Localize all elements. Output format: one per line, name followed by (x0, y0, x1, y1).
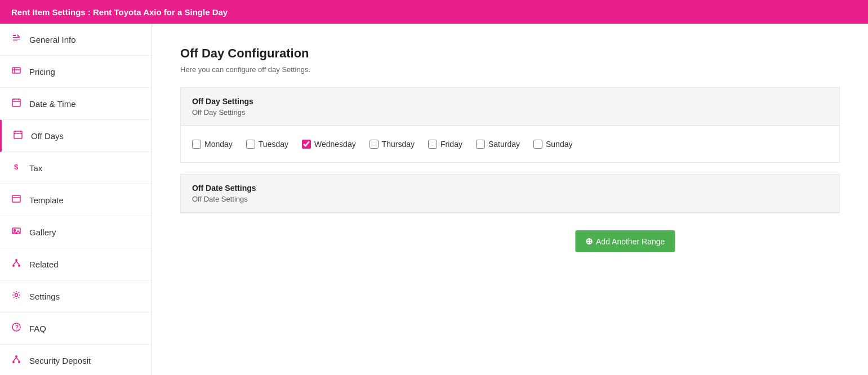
svg-text:?: ? (15, 324, 19, 331)
day-item-thursday: Thursday (370, 140, 415, 149)
days-row: MondayTuesdayWednesdayThursdayFridaySatu… (192, 140, 828, 149)
svg-text:$: $ (14, 163, 19, 171)
svg-point-17 (12, 265, 15, 267)
sidebar-item-label: Tax (29, 163, 42, 173)
day-checkbox-tuesday[interactable] (246, 140, 255, 149)
sidebar-item-label: General Info (29, 35, 76, 44)
svg-rect-7 (14, 131, 22, 139)
svg-rect-3 (12, 99, 20, 106)
add-another-range-button[interactable]: ⊕ Add Another Range (575, 230, 675, 252)
page-title: Off Day Configuration (180, 46, 840, 61)
day-label-wednesday: Wednesday (314, 140, 356, 149)
add-range-label: Add Another Range (596, 237, 665, 246)
off-days-icon (13, 130, 23, 141)
sidebar-item-label: Gallery (29, 227, 56, 237)
sidebar-item-label: Settings (29, 292, 60, 301)
template-icon (11, 194, 21, 206)
day-checkbox-thursday[interactable] (370, 140, 379, 149)
security-deposit-icon (11, 355, 21, 366)
date-time-icon (11, 98, 21, 109)
day-item-friday: Friday (428, 140, 462, 149)
plus-icon: ⊕ (585, 236, 593, 247)
svg-point-26 (18, 361, 20, 363)
svg-line-19 (14, 261, 16, 265)
add-range-container: ⊕ Add Another Range (180, 225, 840, 252)
day-checkbox-monday[interactable] (192, 140, 201, 149)
faq-icon: ? (11, 323, 21, 334)
day-label-saturday: Saturday (488, 140, 520, 149)
sidebar-item-label: Date & Time (29, 99, 76, 109)
day-item-sunday: Sunday (533, 140, 572, 149)
off-date-settings-title: Off Date Settings (192, 184, 828, 193)
related-icon (11, 258, 21, 270)
sidebar-item-off-days[interactable]: Off Days (0, 120, 152, 152)
gallery-icon (11, 226, 21, 238)
off-date-settings-sub: Off Date Settings (192, 195, 828, 203)
sidebar-item-settings[interactable]: Settings (0, 280, 152, 312)
day-checkbox-sunday[interactable] (533, 140, 542, 149)
off-day-settings-body: MondayTuesdayWednesdayThursdayFridaySatu… (181, 126, 839, 162)
sidebar-item-label: Related (29, 260, 59, 269)
sidebar-item-general-info[interactable]: General Info (0, 24, 152, 56)
day-label-sunday: Sunday (546, 140, 572, 149)
day-label-friday: Friday (440, 140, 462, 149)
svg-line-28 (16, 358, 19, 361)
svg-rect-0 (12, 68, 20, 73)
svg-rect-12 (12, 195, 20, 202)
svg-line-27 (14, 358, 16, 361)
tax-icon: $ (11, 162, 21, 173)
day-checkbox-friday[interactable] (428, 140, 437, 149)
sidebar-item-label: Template (29, 195, 64, 205)
sidebar: General InfoPricingDate & TimeOff Days$T… (0, 24, 152, 375)
topbar: Rent Item Settings : Rent Toyota Axio fo… (0, 0, 868, 24)
off-day-settings-header: Off Day Settings Off Day Settings (181, 88, 839, 126)
sidebar-item-pricing[interactable]: Pricing (0, 56, 152, 88)
svg-line-20 (16, 261, 19, 265)
sidebar-item-security-deposit[interactable]: Security Deposit (0, 345, 152, 375)
day-item-monday: Monday (192, 140, 233, 149)
day-label-tuesday: Tuesday (259, 140, 288, 149)
day-label-thursday: Thursday (382, 140, 415, 149)
sidebar-item-date-time[interactable]: Date & Time (0, 88, 152, 120)
svg-point-16 (15, 259, 17, 261)
day-checkbox-saturday[interactable] (476, 140, 485, 149)
day-label-monday: Monday (204, 140, 233, 149)
pricing-icon (11, 66, 21, 77)
sidebar-item-label: Off Days (31, 131, 64, 141)
sidebar-item-tax[interactable]: $Tax (0, 152, 152, 184)
off-day-settings-title: Off Day Settings (192, 97, 828, 106)
main-content: Off Day Configuration Here you can confi… (152, 24, 868, 375)
settings-icon (11, 291, 21, 302)
off-date-settings-header: Off Date Settings Off Date Settings (181, 175, 839, 213)
svg-point-21 (15, 294, 18, 297)
sidebar-item-label: FAQ (29, 324, 46, 333)
topbar-title: Rent Item Settings : Rent Toyota Axio fo… (11, 7, 228, 17)
sidebar-item-template[interactable]: Template (0, 184, 152, 216)
general-info-icon (11, 34, 21, 45)
sidebar-item-label: Pricing (29, 67, 55, 77)
sidebar-item-faq[interactable]: ?FAQ (0, 312, 152, 345)
off-date-settings-section: Off Date Settings Off Date Settings (180, 174, 840, 213)
svg-point-18 (18, 265, 20, 267)
svg-point-25 (12, 361, 15, 363)
sidebar-item-gallery[interactable]: Gallery (0, 216, 152, 248)
day-checkbox-wednesday[interactable] (302, 140, 311, 149)
day-item-saturday: Saturday (476, 140, 520, 149)
sidebar-item-label: Security Deposit (29, 356, 91, 365)
off-day-settings-sub: Off Day Settings (192, 108, 828, 117)
sidebar-item-related[interactable]: Related (0, 248, 152, 280)
page-subtitle: Here you can configure off day Settings. (180, 65, 840, 74)
day-item-wednesday: Wednesday (302, 140, 356, 149)
main-layout: General InfoPricingDate & TimeOff Days$T… (0, 24, 868, 375)
off-day-settings-section: Off Day Settings Off Day Settings Monday… (180, 87, 840, 163)
day-item-tuesday: Tuesday (246, 140, 288, 149)
svg-point-24 (15, 355, 17, 358)
